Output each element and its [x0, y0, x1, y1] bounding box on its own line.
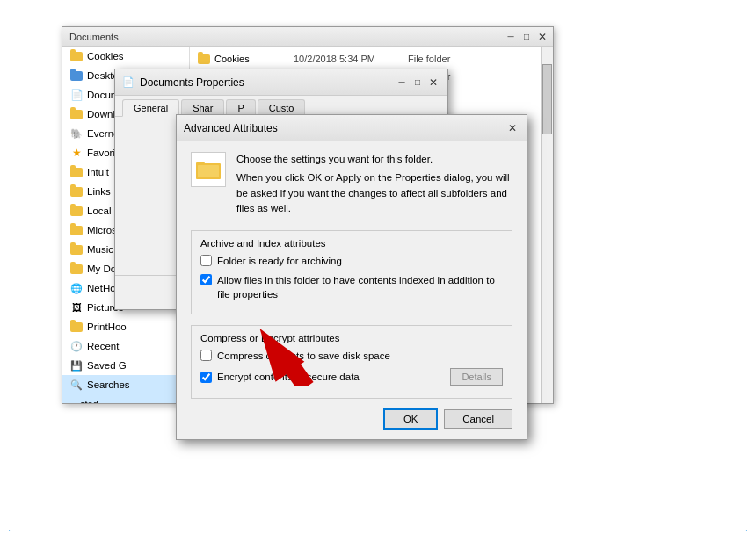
explorer-title-bar: Documents ─ □ ✕ [62, 27, 553, 47]
adv-cancel-button[interactable]: Cancel [444, 409, 512, 429]
sidebar-item-recent[interactable]: 🕐 Recent [62, 336, 189, 356]
index-label: Allow files in this folder to have conte… [217, 273, 503, 301]
adv-dialog-buttons: OK Cancel [191, 409, 512, 429]
explorer-minimize-btn[interactable]: ─ [504, 30, 518, 44]
file-row-cookies[interactable]: Cookies 10/2/2018 5:34 PM File folder [193, 50, 537, 68]
adv-title: Advanced Attributes [184, 122, 278, 134]
doc-properties-minimize-btn[interactable]: ─ [395, 76, 409, 90]
explorer-maximize-btn[interactable]: □ [520, 30, 534, 44]
compress-checkbox[interactable] [200, 350, 212, 361]
sidebar-item-selected-label: cted [62, 394, 189, 403]
adv-description: Choose the settings you want for this fo… [236, 152, 512, 216]
advanced-attributes-dialog: Advanced Attributes ✕ Choose the setting… [176, 114, 527, 440]
explorer-close-btn[interactable]: ✕ [535, 30, 549, 44]
sidebar-item-savedg[interactable]: 💾 Saved G [62, 356, 189, 375]
sidebar-item-printhoo[interactable]: PrintHoo [62, 317, 189, 336]
adv-title-bar: Advanced Attributes ✕ [177, 115, 527, 141]
red-arrow-annotation [229, 299, 343, 386]
archive-label: Folder is ready for archiving [217, 254, 342, 268]
doc-properties-title-bar: 📄 Documents Properties ─ □ ✕ [115, 69, 447, 96]
adv-ok-button[interactable]: OK [384, 409, 437, 429]
details-button[interactable]: Details [450, 368, 503, 386]
index-checkbox[interactable] [200, 274, 212, 285]
tab-general[interactable]: General [122, 99, 179, 117]
encrypt-checkbox[interactable] [200, 372, 212, 383]
index-checkbox-row: Allow files in this folder to have conte… [200, 273, 503, 301]
sidebar-item-cookies[interactable]: Cookies [62, 47, 189, 66]
archive-checkbox-row: Folder is ready for archiving [200, 254, 503, 268]
searches-label: Searches [87, 379, 130, 390]
adv-folder-icon [191, 152, 226, 187]
scrollbar-thumb[interactable] [542, 64, 552, 134]
svg-rect-2 [198, 165, 219, 177]
adv-close-btn[interactable]: ✕ [505, 121, 520, 135]
explorer-scrollbar[interactable] [541, 47, 553, 403]
doc-properties-close-btn[interactable]: ✕ [426, 76, 440, 90]
sidebar-item-searches[interactable]: 🔍 Searches [62, 375, 189, 394]
svg-rect-1 [196, 162, 205, 165]
adv-header: Choose the settings you want for this fo… [191, 152, 512, 216]
archive-section-title: Archive and Index attributes [200, 238, 503, 249]
explorer-title: Documents [69, 32, 119, 42]
doc-properties-maximize-btn[interactable]: □ [411, 76, 425, 90]
archive-checkbox[interactable] [200, 255, 212, 266]
doc-properties-title: Documents Properties [140, 76, 395, 89]
